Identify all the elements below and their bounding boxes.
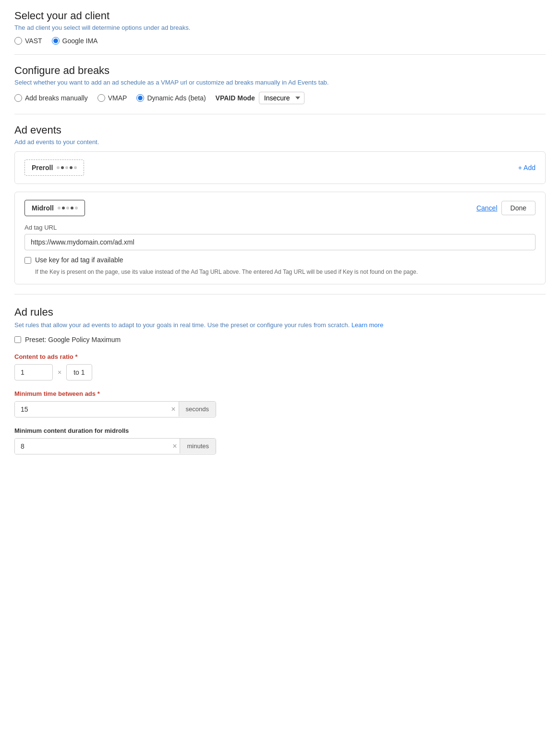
google-ima-radio[interactable] <box>52 37 60 45</box>
midroll-tag: Midroll <box>24 200 85 216</box>
vpaid-group: VPAID Mode Insecure Secure Disabled <box>216 92 304 104</box>
midroll-dot-1 <box>58 207 61 209</box>
select-ad-client-subtitle: The ad client you select will determine … <box>14 24 546 31</box>
configure-ad-breaks-title: Configure ad breaks <box>14 64 546 77</box>
min-time-input[interactable] <box>15 402 168 417</box>
min-content-divider: × <box>170 442 180 451</box>
dynamic-ads-radio[interactable] <box>136 94 144 102</box>
vast-radio[interactable] <box>14 37 22 45</box>
midroll-action-buttons: Cancel Done <box>476 201 536 215</box>
preroll-tag: Preroll <box>24 159 84 176</box>
use-key-checkbox-group: Use key for ad tag if available <box>24 256 536 264</box>
preroll-dots-icon <box>57 166 77 169</box>
dot-5 <box>74 166 77 169</box>
add-breaks-manually-label: Add breaks manually <box>25 94 88 102</box>
ratio-value1-input[interactable] <box>14 364 53 380</box>
ad-rules-section: Ad rules Set rules that allow your ad ev… <box>14 306 546 454</box>
radio-vast[interactable]: VAST <box>14 37 42 45</box>
min-time-between-ads-label: Minimum time between ads * <box>14 390 546 397</box>
content-to-ads-ratio-label: Content to ads ratio * <box>14 353 546 360</box>
dynamic-ads-label: Dynamic Ads (beta) <box>147 94 206 102</box>
min-time-between-ads-field: Minimum time between ads * × seconds <box>14 390 546 417</box>
ad-events-subtitle: Add ad events to your content. <box>14 138 546 146</box>
divider-2 <box>14 114 546 114</box>
ratio-required-star: * <box>75 353 77 360</box>
min-content-duration-field: Minimum content duration for midrolls × … <box>14 427 546 454</box>
min-content-duration-label: Minimum content duration for midrolls <box>14 427 546 434</box>
min-time-divider: × <box>168 405 178 414</box>
configure-ad-breaks-section: Configure ad breaks Select whether you w… <box>14 64 546 104</box>
preset-checkbox[interactable] <box>14 336 21 343</box>
midroll-done-button[interactable]: Done <box>501 201 536 215</box>
google-ima-label: Google IMA <box>62 37 98 45</box>
vmap-label: VMAP <box>108 94 127 102</box>
ad-events-title: Ad events <box>14 124 546 136</box>
radio-dynamic-ads[interactable]: Dynamic Ads (beta) <box>136 94 206 102</box>
midroll-card-header: Midroll Cancel Done <box>24 200 536 216</box>
dot-4 <box>70 166 73 169</box>
ad-events-section: Ad events Add ad events to your content.… <box>14 124 546 284</box>
dot-1 <box>57 166 60 169</box>
select-ad-client-title: Select your ad client <box>14 10 546 22</box>
learn-more-link[interactable]: Learn more <box>352 321 383 329</box>
min-content-input[interactable] <box>15 439 170 454</box>
min-content-unit: minutes <box>180 439 216 453</box>
midroll-dot-4 <box>71 207 73 209</box>
midroll-dot-2 <box>62 207 65 209</box>
min-content-input-group: × minutes <box>14 438 216 454</box>
preroll-label: Preroll <box>32 164 53 172</box>
midroll-label: Midroll <box>32 204 54 212</box>
preroll-card-header: Preroll + Add <box>24 159 536 176</box>
preroll-card: Preroll + Add <box>14 151 546 184</box>
preset-label: Preset: Google Policy Maximum <box>25 336 121 343</box>
radio-vmap[interactable]: VMAP <box>97 94 127 102</box>
ratio-to-value: to 1 <box>66 364 92 380</box>
vmap-radio[interactable] <box>97 94 105 102</box>
use-key-help: If the Key is present on the page, use i… <box>35 268 536 276</box>
ratio-x-symbol: × <box>58 368 61 376</box>
min-time-required-star: * <box>97 390 100 397</box>
select-ad-client-section: Select your ad client The ad client you … <box>14 10 546 45</box>
divider-3 <box>14 294 546 294</box>
vpaid-mode-label: VPAID Mode <box>216 94 255 102</box>
ad-rules-description: Set rules that allow your ad events to a… <box>14 320 546 330</box>
radio-google-ima[interactable]: Google IMA <box>52 37 98 45</box>
ad-rules-title: Ad rules <box>14 306 546 318</box>
dot-2 <box>61 166 64 169</box>
midroll-dots-icon <box>58 207 78 209</box>
min-time-unit: seconds <box>179 402 216 416</box>
configure-ad-breaks-subtitle: Select whether you want to add an ad sch… <box>14 79 546 86</box>
midroll-card-body: Ad tag URL Use key for ad tag if availab… <box>24 224 536 276</box>
add-breaks-manually-radio[interactable] <box>14 94 22 102</box>
midroll-dot-5 <box>75 207 78 209</box>
ad-tag-url-input[interactable] <box>24 234 536 250</box>
min-time-input-group: × seconds <box>14 401 216 417</box>
ad-client-radio-group: VAST Google IMA <box>14 37 546 45</box>
vpaid-mode-select[interactable]: Insecure Secure Disabled <box>259 92 304 104</box>
vast-label: VAST <box>25 37 42 45</box>
midroll-card: Midroll Cancel Done Ad tag URL Use key f… <box>14 192 546 284</box>
preset-checkbox-group: Preset: Google Policy Maximum <box>14 336 546 343</box>
content-to-ads-ratio-field: Content to ads ratio * × to 1 <box>14 353 546 380</box>
radio-add-breaks-manually[interactable]: Add breaks manually <box>14 94 88 102</box>
midroll-cancel-button[interactable]: Cancel <box>476 204 498 212</box>
midroll-dot-3 <box>66 207 69 209</box>
preroll-add-link[interactable]: + Add <box>518 164 536 172</box>
ad-breaks-radio-group: Add breaks manually VMAP Dynamic Ads (be… <box>14 92 546 104</box>
divider-1 <box>14 54 546 55</box>
dot-3 <box>65 166 68 169</box>
use-key-label: Use key for ad tag if available <box>35 256 123 264</box>
ad-tag-url-label: Ad tag URL <box>24 224 536 231</box>
ratio-inputs: × to 1 <box>14 364 546 380</box>
use-key-checkbox[interactable] <box>24 257 31 264</box>
